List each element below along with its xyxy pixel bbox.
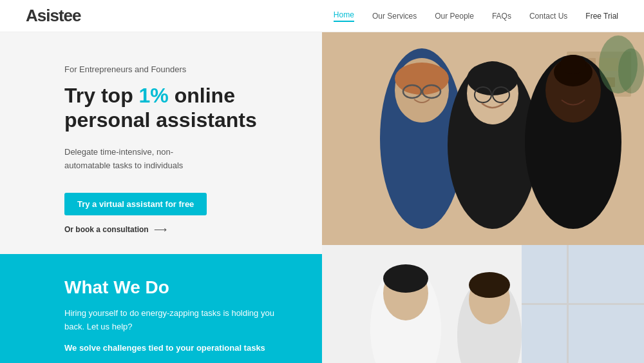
header: Asistee Home Our Services Our People FAQ… [0,0,644,32]
svg-point-33 [469,272,510,298]
svg-point-13 [467,62,518,95]
hero-title-before: Try top [64,84,139,107]
what-we-do-description1: Hiring yourself to do energy-zapping tas… [64,307,283,334]
logo-text-first: Asiste [26,6,72,25]
what-we-do-description2: We solve challenges tied to your operati… [64,342,283,355]
nav-our-services[interactable]: Our Services [372,12,417,21]
hero-title-percent: 1% [139,84,169,107]
hero-description: Delegate time-intensive, non-automatable… [64,146,219,173]
navigation: Home Our Services Our People FAQs Contac… [334,10,618,22]
nav-faqs[interactable]: FAQs [492,12,511,21]
hero-subtitle: For Entrepreneurs and Founders [64,64,283,74]
what-we-do-section: What We Do Hiring yourself to do energy-… [0,254,322,363]
svg-point-22 [618,48,644,93]
nav-home[interactable]: Home [334,10,354,22]
cta-button[interactable]: Try a virtual assistant for free [64,193,207,215]
svg-point-30 [383,264,428,293]
hero-top: For Entrepreneurs and Founders Try top 1… [0,32,322,254]
logo-text-last: e [72,6,80,25]
hero-top-image [322,32,644,245]
arrow-icon: ⟶ [154,224,167,235]
nav-free-trial[interactable]: Free Trial [585,12,618,21]
people-illustration-top [322,32,644,245]
logo[interactable]: Asistee [26,6,81,26]
nav-contact-us[interactable]: Contact Us [529,12,567,21]
main-content: For Entrepreneurs and Founders Try top 1… [0,32,644,363]
what-we-do-heading: What We Do [64,277,283,298]
people-illustration-bottom [322,245,644,363]
svg-point-20 [560,55,586,74]
hero-left: For Entrepreneurs and Founders Try top 1… [0,32,322,363]
hero-right [322,32,644,363]
hero-bottom-image [322,245,644,363]
consultation-link[interactable]: Or book a consultation ⟶ [64,224,283,235]
svg-rect-26 [522,303,644,305]
consultation-label: Or book a consultation [64,225,149,234]
nav-our-people[interactable]: Our People [435,12,474,21]
hero-title: Try top 1% online personal assistants [64,83,283,133]
